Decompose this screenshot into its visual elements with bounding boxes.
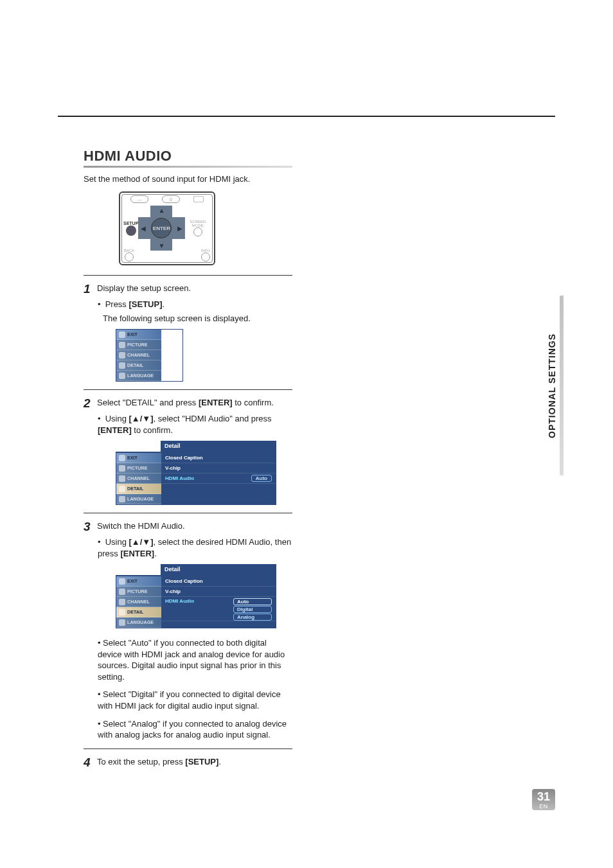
remote-diagram: — 0 SETUP ▲ ▼ ◀ ▶ ENTER SCREE <box>119 191 215 265</box>
osd2-exit: EXIT <box>116 453 161 463</box>
step-2: 2 Select "DETAIL" and press [ENTER] to c… <box>84 390 292 513</box>
dpad-up-icon: ▲ <box>159 207 165 214</box>
step-1-sub-1: • Press [SETUP]. <box>98 299 292 310</box>
page-number-badge: 31 EN <box>532 789 555 810</box>
osd2-vchip: V-chip <box>161 463 276 474</box>
step-3-after-3: •Select "Analog" if you connected to ana… <box>98 718 292 741</box>
dpad: ▲ ▼ ◀ ▶ ENTER <box>138 206 184 251</box>
osd2-detail: DETAIL <box>116 484 161 494</box>
osd2-channel: CHANNEL <box>116 474 161 484</box>
step-2-sub-1: • Using [▲/▼], select "HDMI Audio" and p… <box>98 413 292 436</box>
osd3-vchip: V-chip <box>161 587 276 597</box>
osd3-exit: EXIT <box>116 576 161 587</box>
dpad-left-icon: ◀ <box>141 225 146 232</box>
section-heading: HDMI AUDIO <box>84 148 292 168</box>
step-4: 4 To exit the setup, press [SETUP]. <box>84 749 292 772</box>
menu-detail: DETAIL <box>116 360 161 371</box>
step-1: 1 Display the setup screen. • Press [SET… <box>84 276 292 390</box>
osd2-title: Detail <box>161 441 276 452</box>
osd-menu-2: Detail EXIT PICTURE CHANNEL DETAIL LANGU… <box>116 441 276 505</box>
hdmi-option-auto: Auto <box>233 598 272 605</box>
step-3-number: 3 <box>84 520 91 534</box>
osd3-cc: Closed Caption <box>161 576 276 587</box>
osd2-cc: Closed Caption <box>161 453 276 463</box>
step-3-text: Switch the HDMI Audio. <box>97 521 185 531</box>
menu-picture: PICTURE <box>116 340 161 350</box>
step-1-sub-2: The following setup screen is displayed. <box>103 313 292 324</box>
hdmi-option-digital: Digital <box>233 606 272 613</box>
step-1-text: Display the setup screen. <box>97 283 191 293</box>
side-tab: OPTIONAL SETTINGS <box>544 296 560 475</box>
step-3: 3 Switch the HDMI Audio. • Using [▲/▼], … <box>84 513 292 748</box>
page-number: 31 <box>537 791 550 802</box>
osd2-hdmi: HDMI AudioAuto <box>161 474 276 484</box>
osd2-language: LANGUAGE <box>116 494 161 504</box>
step-2-number: 2 <box>84 396 91 411</box>
osd2-hdmi-value: Auto <box>251 475 272 482</box>
step-1-number: 1 <box>84 282 91 296</box>
step-4-text: To exit the setup, press [SETUP]. <box>97 757 221 766</box>
osd3-detail: DETAIL <box>116 607 161 617</box>
menu-channel: CHANNEL <box>116 350 161 360</box>
section-intro: Set the method of sound input for HDMI j… <box>84 174 292 184</box>
step-3-after-2: •Select "Digital" if you connected to di… <box>98 689 292 711</box>
hdmi-option-analog: Analog <box>233 614 272 621</box>
page-content: HDMI AUDIO Set the method of sound input… <box>0 0 613 811</box>
osd3-hdmi-options: Auto Digital Analog <box>233 598 272 621</box>
menu-language: LANGUAGE <box>116 371 161 381</box>
osd3-picture: PICTURE <box>116 587 161 597</box>
step-4-number: 4 <box>84 756 91 770</box>
menu-exit: EXIT <box>116 330 161 340</box>
osd-menu-1: EXIT PICTURE CHANNEL DETAIL LANGUAGE <box>116 329 183 382</box>
osd3-hdmi: HDMI Audio Auto Digital Analog <box>161 597 276 621</box>
osd3-channel: CHANNEL <box>116 597 161 607</box>
step-3-sub-1: • Using [▲/▼], select the desired HDMI A… <box>98 536 292 559</box>
osd3-title: Detail <box>161 564 276 576</box>
dpad-right-icon: ▶ <box>177 225 182 232</box>
osd-menu-3: Detail EXIT PICTURE CHANNEL DETAIL LANGU… <box>116 564 276 628</box>
step-3-after-1: •Select "Auto" if you connected to both … <box>98 637 292 682</box>
dpad-down-icon: ▼ <box>159 242 165 249</box>
side-tab-label: OPTIONAL SETTINGS <box>547 333 557 438</box>
step-2-text: Select "DETAIL" and press [ENTER] to con… <box>97 398 274 407</box>
osd3-language: LANGUAGE <box>116 617 161 628</box>
osd2-picture: PICTURE <box>116 463 161 474</box>
page-suffix: EN <box>537 803 550 810</box>
